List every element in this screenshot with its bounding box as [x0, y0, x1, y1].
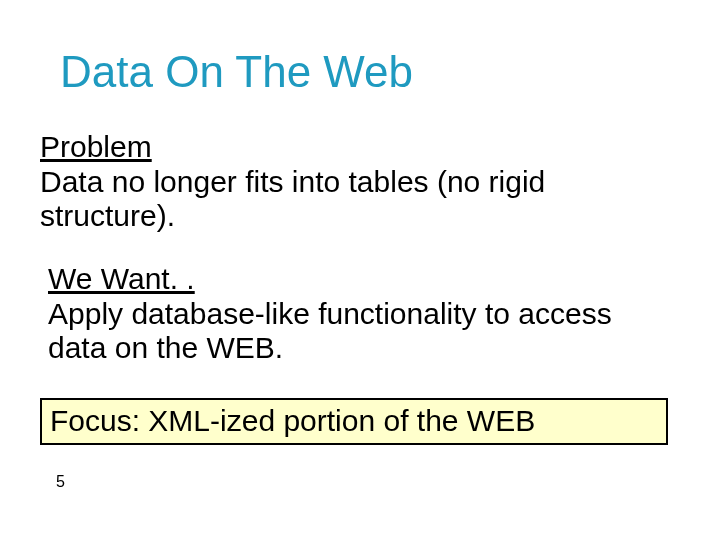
- slide: Data On The Web Problem Data no longer f…: [0, 0, 720, 540]
- problem-block: Problem Data no longer fits into tables …: [40, 130, 660, 234]
- slide-title: Data On The Web: [60, 48, 413, 96]
- want-heading: We Want. .: [48, 262, 660, 297]
- want-block: We Want. . Apply database-like functiona…: [48, 262, 660, 366]
- page-number: 5: [56, 473, 65, 491]
- want-body: Apply database-like functionality to acc…: [48, 297, 660, 366]
- focus-box: Focus: XML-ized portion of the WEB: [40, 398, 668, 445]
- problem-body: Data no longer fits into tables (no rigi…: [40, 165, 660, 234]
- problem-heading: Problem: [40, 130, 660, 165]
